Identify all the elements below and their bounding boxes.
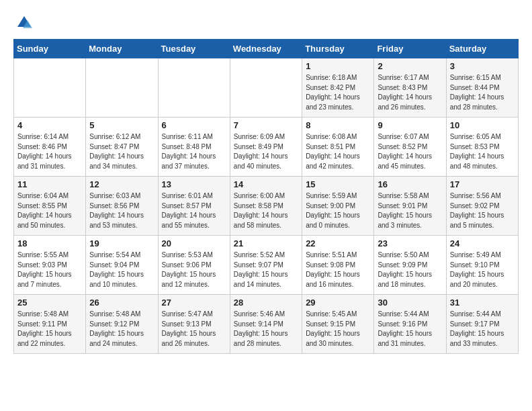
calendar-cell: 11Sunrise: 6:04 AM Sunset: 8:55 PM Dayli…: [14, 177, 86, 236]
day-number: 23: [378, 238, 442, 248]
calendar-cell: 20Sunrise: 5:53 AM Sunset: 9:06 PM Dayli…: [158, 236, 230, 295]
day-info: Sunrise: 5:55 AM Sunset: 9:03 PM Dayligh…: [17, 250, 82, 289]
day-number: 14: [234, 179, 298, 189]
day-number: 15: [306, 179, 370, 189]
day-info: Sunrise: 6:03 AM Sunset: 8:56 PM Dayligh…: [89, 191, 154, 230]
day-info: Sunrise: 6:05 AM Sunset: 8:53 PM Dayligh…: [450, 132, 515, 171]
day-number: 6: [162, 120, 226, 130]
day-info: Sunrise: 5:59 AM Sunset: 9:00 PM Dayligh…: [306, 191, 370, 230]
day-number: 16: [378, 179, 442, 189]
calendar-week-row: 25Sunrise: 5:48 AM Sunset: 9:11 PM Dayli…: [14, 295, 519, 354]
calendar-cell: [230, 58, 302, 118]
day-number: 19: [89, 238, 154, 248]
day-number: 21: [234, 238, 298, 248]
day-number: 27: [162, 298, 226, 308]
calendar-cell: 13Sunrise: 6:01 AM Sunset: 8:57 PM Dayli…: [158, 177, 230, 236]
calendar-cell: 22Sunrise: 5:51 AM Sunset: 9:08 PM Dayli…: [302, 236, 374, 295]
weekday-header: Tuesday: [158, 40, 230, 58]
day-info: Sunrise: 6:18 AM Sunset: 8:42 PM Dayligh…: [306, 73, 370, 112]
day-number: 11: [17, 179, 82, 189]
day-info: Sunrise: 5:47 AM Sunset: 9:13 PM Dayligh…: [162, 310, 226, 349]
day-info: Sunrise: 5:45 AM Sunset: 9:15 PM Dayligh…: [306, 310, 370, 349]
day-info: Sunrise: 6:00 AM Sunset: 8:58 PM Dayligh…: [234, 191, 298, 230]
calendar-cell: 6Sunrise: 6:11 AM Sunset: 8:48 PM Daylig…: [158, 118, 230, 177]
day-info: Sunrise: 5:44 AM Sunset: 9:17 PM Dayligh…: [450, 310, 515, 349]
day-info: Sunrise: 6:08 AM Sunset: 8:51 PM Dayligh…: [306, 132, 370, 171]
calendar-cell: 16Sunrise: 5:58 AM Sunset: 9:01 PM Dayli…: [374, 177, 446, 236]
weekday-header: Monday: [86, 40, 158, 58]
day-info: Sunrise: 6:09 AM Sunset: 8:49 PM Dayligh…: [234, 132, 298, 171]
weekday-header: Friday: [374, 40, 446, 58]
calendar-cell: 27Sunrise: 5:47 AM Sunset: 9:13 PM Dayli…: [158, 295, 230, 354]
weekday-header: Thursday: [302, 40, 374, 58]
calendar-cell: 5Sunrise: 6:12 AM Sunset: 8:47 PM Daylig…: [86, 118, 158, 177]
calendar-cell: 12Sunrise: 6:03 AM Sunset: 8:56 PM Dayli…: [86, 177, 158, 236]
calendar-cell: 24Sunrise: 5:49 AM Sunset: 9:10 PM Dayli…: [446, 236, 518, 295]
calendar-cell: 7Sunrise: 6:09 AM Sunset: 8:49 PM Daylig…: [230, 118, 302, 177]
calendar-cell: 31Sunrise: 5:44 AM Sunset: 9:17 PM Dayli…: [446, 295, 518, 354]
calendar-cell: 17Sunrise: 5:56 AM Sunset: 9:02 PM Dayli…: [446, 177, 518, 236]
day-number: 1: [306, 61, 370, 71]
day-number: 18: [17, 238, 82, 248]
page-header: [13, 13, 519, 32]
day-info: Sunrise: 6:04 AM Sunset: 8:55 PM Dayligh…: [17, 191, 82, 230]
weekday-header: Sunday: [14, 40, 86, 58]
day-number: 22: [306, 238, 370, 248]
calendar-week-row: 11Sunrise: 6:04 AM Sunset: 8:55 PM Dayli…: [14, 177, 519, 236]
day-number: 7: [234, 120, 298, 130]
calendar-cell: 25Sunrise: 5:48 AM Sunset: 9:11 PM Dayli…: [14, 295, 86, 354]
calendar-cell: 14Sunrise: 6:00 AM Sunset: 8:58 PM Dayli…: [230, 177, 302, 236]
calendar-cell: 10Sunrise: 6:05 AM Sunset: 8:53 PM Dayli…: [446, 118, 518, 177]
calendar-cell: 23Sunrise: 5:50 AM Sunset: 9:09 PM Dayli…: [374, 236, 446, 295]
day-number: 31: [450, 298, 515, 308]
calendar-week-row: 18Sunrise: 5:55 AM Sunset: 9:03 PM Dayli…: [14, 236, 519, 295]
calendar-cell: 15Sunrise: 5:59 AM Sunset: 9:00 PM Dayli…: [302, 177, 374, 236]
day-info: Sunrise: 6:15 AM Sunset: 8:44 PM Dayligh…: [450, 73, 515, 112]
day-number: 17: [450, 179, 515, 189]
calendar-week-row: 1Sunrise: 6:18 AM Sunset: 8:42 PM Daylig…: [14, 58, 519, 118]
logo-icon: [15, 13, 34, 32]
day-info: Sunrise: 6:12 AM Sunset: 8:47 PM Dayligh…: [89, 132, 154, 171]
day-info: Sunrise: 5:54 AM Sunset: 9:04 PM Dayligh…: [89, 250, 154, 289]
day-number: 9: [378, 120, 442, 130]
day-info: Sunrise: 6:07 AM Sunset: 8:52 PM Dayligh…: [378, 132, 442, 171]
weekday-header: Wednesday: [230, 40, 302, 58]
day-info: Sunrise: 5:56 AM Sunset: 9:02 PM Dayligh…: [450, 191, 515, 230]
calendar-cell: [14, 58, 86, 118]
day-number: 5: [89, 120, 154, 130]
calendar-cell: 4Sunrise: 6:14 AM Sunset: 8:46 PM Daylig…: [14, 118, 86, 177]
day-number: 26: [89, 298, 154, 308]
day-info: Sunrise: 5:53 AM Sunset: 9:06 PM Dayligh…: [162, 250, 226, 289]
day-info: Sunrise: 5:49 AM Sunset: 9:10 PM Dayligh…: [450, 250, 515, 289]
day-info: Sunrise: 6:11 AM Sunset: 8:48 PM Dayligh…: [162, 132, 226, 171]
day-info: Sunrise: 5:50 AM Sunset: 9:09 PM Dayligh…: [378, 250, 442, 289]
day-info: Sunrise: 6:17 AM Sunset: 8:43 PM Dayligh…: [378, 73, 442, 112]
calendar-cell: 9Sunrise: 6:07 AM Sunset: 8:52 PM Daylig…: [374, 118, 446, 177]
day-number: 20: [162, 238, 226, 248]
day-number: 13: [162, 179, 226, 189]
day-number: 10: [450, 120, 515, 130]
day-number: 8: [306, 120, 370, 130]
day-info: Sunrise: 5:52 AM Sunset: 9:07 PM Dayligh…: [234, 250, 298, 289]
day-info: Sunrise: 5:51 AM Sunset: 9:08 PM Dayligh…: [306, 250, 370, 289]
calendar-cell: 19Sunrise: 5:54 AM Sunset: 9:04 PM Dayli…: [86, 236, 158, 295]
calendar-week-row: 4Sunrise: 6:14 AM Sunset: 8:46 PM Daylig…: [14, 118, 519, 177]
calendar-table: SundayMondayTuesdayWednesdayThursdayFrid…: [13, 39, 519, 354]
day-number: 2: [378, 61, 442, 71]
day-info: Sunrise: 5:48 AM Sunset: 9:11 PM Dayligh…: [17, 310, 82, 349]
calendar-cell: 1Sunrise: 6:18 AM Sunset: 8:42 PM Daylig…: [302, 58, 374, 118]
calendar-cell: 2Sunrise: 6:17 AM Sunset: 8:43 PM Daylig…: [374, 58, 446, 118]
day-info: Sunrise: 5:58 AM Sunset: 9:01 PM Dayligh…: [378, 191, 442, 230]
day-number: 25: [17, 298, 82, 308]
day-info: Sunrise: 5:44 AM Sunset: 9:16 PM Dayligh…: [378, 310, 442, 349]
day-number: 28: [234, 298, 298, 308]
calendar-cell: 30Sunrise: 5:44 AM Sunset: 9:16 PM Dayli…: [374, 295, 446, 354]
calendar-cell: 3Sunrise: 6:15 AM Sunset: 8:44 PM Daylig…: [446, 58, 518, 118]
weekday-header-row: SundayMondayTuesdayWednesdayThursdayFrid…: [14, 40, 519, 58]
day-info: Sunrise: 6:14 AM Sunset: 8:46 PM Dayligh…: [17, 132, 82, 171]
day-info: Sunrise: 6:01 AM Sunset: 8:57 PM Dayligh…: [162, 191, 226, 230]
day-number: 3: [450, 61, 515, 71]
weekday-header: Saturday: [446, 40, 518, 58]
calendar-cell: 28Sunrise: 5:46 AM Sunset: 9:14 PM Dayli…: [230, 295, 302, 354]
calendar-cell: [86, 58, 158, 118]
